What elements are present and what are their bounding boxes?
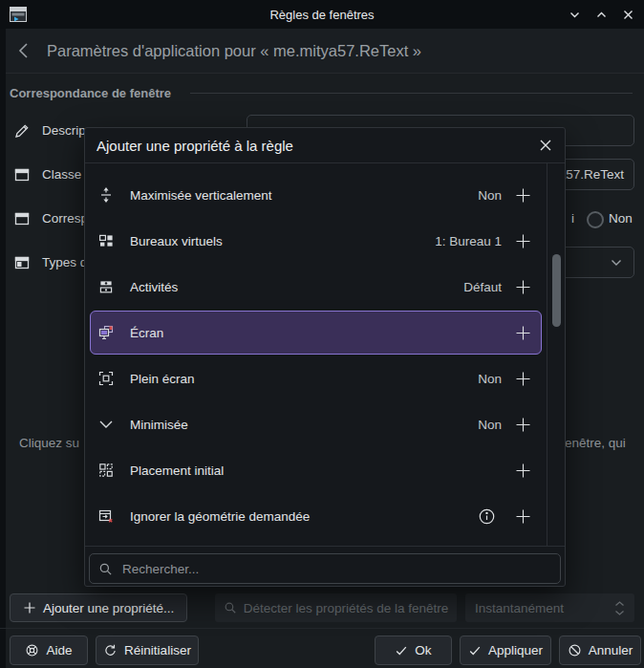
property-label: Placement initial bbox=[130, 463, 502, 478]
window-class-icon bbox=[13, 166, 31, 183]
instant-combobox[interactable]: Instantanément bbox=[465, 593, 634, 622]
section-title: Correspondance de fenêtre bbox=[10, 86, 171, 100]
apply-label: Appliquer bbox=[488, 643, 543, 657]
whole-class-match-label: Corresp bbox=[42, 211, 88, 226]
description-label: Descrip bbox=[42, 123, 86, 138]
detect-properties-button[interactable]: Détecter les propriétés de la fenêtre bbox=[215, 593, 457, 622]
property-row-ignore-geometry[interactable]: Ignorer la géométrie demandée bbox=[90, 494, 542, 538]
hint-text-left: Cliquez su bbox=[19, 436, 79, 450]
lifebuoy-icon bbox=[25, 643, 39, 657]
search-divider bbox=[85, 546, 565, 547]
page-title: Paramètres d'application pour « me.mitya… bbox=[47, 42, 421, 60]
property-label: Activités bbox=[130, 280, 463, 294]
initial-placement-icon bbox=[97, 462, 115, 479]
radio-oui-label-clipped: i bbox=[571, 211, 574, 226]
checkmark-icon bbox=[395, 644, 408, 657]
property-label: Écran bbox=[130, 326, 502, 340]
checkmark-icon bbox=[468, 644, 482, 657]
radio-non-label: Non bbox=[609, 211, 633, 226]
maximized-vertically-icon bbox=[97, 186, 115, 204]
titlebar: Règles de fenêtres bbox=[0, 0, 644, 29]
property-row-screen[interactable]: Écran bbox=[90, 311, 542, 355]
screen-icon bbox=[97, 324, 115, 341]
popup-header: Ajouter une propriété à la règle bbox=[85, 128, 565, 163]
property-search-field[interactable] bbox=[89, 553, 561, 584]
window-types-label: Types d bbox=[42, 255, 87, 269]
window-edge bbox=[0, 29, 6, 668]
ok-button[interactable]: Ok bbox=[375, 636, 452, 665]
add-icon[interactable] bbox=[515, 463, 531, 479]
add-icon[interactable] bbox=[515, 508, 531, 525]
cancel-button[interactable]: Annuler bbox=[559, 636, 641, 665]
spinner-arrows-icon bbox=[614, 601, 625, 615]
property-label: Plein écran bbox=[130, 372, 478, 386]
hint-text-right: enêtre, qui bbox=[565, 436, 626, 450]
popup-title: Ajouter une propriété à la règle bbox=[97, 138, 538, 154]
add-icon[interactable] bbox=[515, 279, 531, 295]
footer-divider bbox=[0, 628, 644, 629]
detect-properties-label: Détecter les propriétés de la fenêtre bbox=[244, 601, 449, 615]
reset-label: Réinitialiser bbox=[124, 643, 191, 657]
close-window-icon[interactable] bbox=[622, 9, 634, 21]
add-icon[interactable] bbox=[515, 417, 531, 433]
window-rules-dialog: Règles de fenêtres Paramètres d'applicat… bbox=[0, 0, 644, 668]
search-icon bbox=[224, 601, 237, 614]
cancel-icon bbox=[568, 643, 582, 657]
apply-button[interactable]: Appliquer bbox=[460, 636, 551, 665]
window-match-icon bbox=[13, 210, 31, 227]
window-types-icon bbox=[13, 254, 31, 271]
undo-icon bbox=[103, 643, 118, 657]
fullscreen-icon bbox=[97, 370, 115, 387]
page-header: Paramètres d'application pour « me.mitya… bbox=[0, 29, 644, 74]
add-property-button[interactable]: Ajouter une propriété... bbox=[10, 593, 187, 622]
property-row-fullscreen[interactable]: Plein écran Non bbox=[90, 356, 542, 400]
activities-icon bbox=[97, 278, 115, 295]
window-title: Règles de fenêtres bbox=[0, 8, 644, 22]
add-property-popup: Ajouter une propriété à la règle Maximis… bbox=[84, 127, 566, 587]
property-label: Maximisée verticalement bbox=[130, 188, 478, 203]
property-label: Bureaux virtuels bbox=[130, 234, 435, 248]
app-icon bbox=[10, 7, 27, 22]
add-icon[interactable] bbox=[515, 325, 531, 341]
back-button[interactable] bbox=[15, 41, 32, 60]
section-divider bbox=[190, 93, 633, 94]
property-value: 1: Bureau 1 bbox=[435, 234, 502, 248]
close-icon[interactable] bbox=[538, 138, 553, 153]
help-label: Aide bbox=[46, 643, 72, 657]
property-row-initial-placement[interactable]: Placement initial bbox=[90, 448, 542, 492]
virtual-desktops-icon bbox=[97, 232, 115, 249]
add-icon[interactable] bbox=[515, 233, 531, 249]
minimize-window-icon[interactable] bbox=[569, 9, 581, 21]
reset-button[interactable]: Réinitialiser bbox=[96, 636, 199, 665]
plus-icon bbox=[23, 601, 36, 614]
maximize-window-icon[interactable] bbox=[595, 9, 608, 21]
window-class-value: a57.ReText bbox=[559, 167, 624, 182]
ok-label: Ok bbox=[415, 643, 431, 657]
search-icon bbox=[98, 562, 113, 576]
property-label: Ignorer la géométrie demandée bbox=[130, 509, 464, 524]
property-value: Non bbox=[478, 372, 502, 386]
add-property-label: Ajouter une propriété... bbox=[43, 601, 174, 615]
cancel-label: Annuler bbox=[589, 643, 633, 657]
radio-non[interactable] bbox=[587, 211, 604, 228]
property-value: Non bbox=[478, 418, 502, 432]
property-list: Maximisée verticalement Non Bureaux virt… bbox=[90, 173, 542, 540]
scrollbar-thumb[interactable] bbox=[552, 254, 561, 327]
property-label: Minimisée bbox=[130, 418, 478, 432]
property-row-activities[interactable]: Activités Défaut bbox=[90, 265, 542, 309]
property-row-virtual-desktops[interactable]: Bureaux virtuels 1: Bureau 1 bbox=[90, 219, 542, 263]
property-row-maximized-vertically[interactable]: Maximisée verticalement Non bbox=[90, 173, 542, 217]
property-value: Défaut bbox=[463, 280, 502, 294]
property-value: Non bbox=[478, 188, 502, 203]
property-row-minimized[interactable]: Minimisée Non bbox=[90, 402, 542, 446]
search-input[interactable] bbox=[120, 561, 551, 577]
instant-label: Instantanément bbox=[475, 601, 564, 615]
chevron-down-icon bbox=[611, 259, 622, 267]
info-icon[interactable] bbox=[478, 507, 496, 526]
edit-icon bbox=[13, 122, 31, 140]
add-icon[interactable] bbox=[515, 371, 531, 387]
scrollbar-track-divider bbox=[547, 162, 547, 546]
ignore-geometry-icon bbox=[97, 507, 115, 525]
add-icon[interactable] bbox=[515, 187, 531, 204]
help-button[interactable]: Aide bbox=[10, 636, 88, 665]
